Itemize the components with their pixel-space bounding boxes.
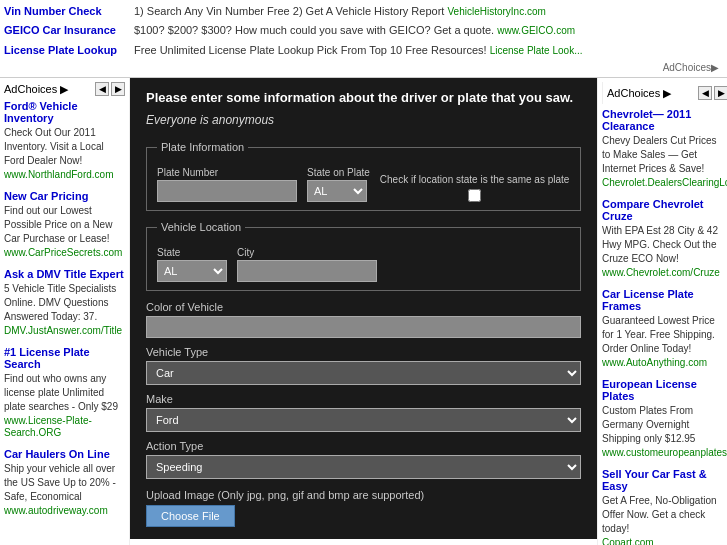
make-label: Make xyxy=(146,393,581,405)
left-sidebar-item-haulers: Car Haulers On Line Ship your vehicle al… xyxy=(4,448,125,516)
top-ad-geico: GEICO Car Insurance $100? $200? $300? Ho… xyxy=(4,21,723,40)
color-input[interactable] xyxy=(146,316,581,338)
center-content: Please enter some information about the … xyxy=(130,78,597,545)
top-ad-plate-text: Free Unlimited License Plate Lookup Pick… xyxy=(134,43,723,58)
left-sidebar-item-carpricing-link[interactable]: www.CarPriceSecrets.com xyxy=(4,247,122,258)
right-sidebar-item-european: European License Plates Custom Plates Fr… xyxy=(602,378,723,458)
right-sidebar-nav: ◀ ▶ xyxy=(698,86,727,100)
location-city-col: City xyxy=(237,247,377,282)
right-sidebar-item-sell: Sell Your Car Fast & Easy Get A Free, No… xyxy=(602,468,723,545)
check-location-col: Check if location state is the same as p… xyxy=(380,174,570,202)
right-sidebar-item-european-link[interactable]: www.customeuropeanplates.c... xyxy=(602,447,727,458)
top-ad-vin: Vin Number Check 1) Search Any Vin Numbe… xyxy=(4,2,723,21)
check-location-label: Check if location state is the same as p… xyxy=(380,174,570,185)
choose-file-button[interactable]: Choose File xyxy=(146,505,235,527)
left-sidebar-item-dmv: Ask a DMV Title Expert 5 Vehicle Title S… xyxy=(4,268,125,336)
left-sidebar-item-ford: Ford® Vehicle Inventory Check Out Our 20… xyxy=(4,100,125,180)
report-form-container: Please enter some information about the … xyxy=(130,78,597,539)
color-label: Color of Vehicle xyxy=(146,301,581,313)
top-ad-geico-text: $100? $200? $300? How much could you sav… xyxy=(134,23,723,38)
right-sidebar-item-european-title[interactable]: European License Plates xyxy=(602,378,723,402)
left-sidebar-item-plate-search-title[interactable]: #1 License Plate Search xyxy=(4,346,125,370)
left-sidebar-item-carpricing-desc: Find out our Lowest Possible Price on a … xyxy=(4,204,125,246)
top-ad-plate: License Plate Lookup Free Unlimited Lice… xyxy=(4,41,723,60)
top-ad-geico-title[interactable]: GEICO Car Insurance xyxy=(4,23,134,38)
left-sidebar-item-haulers-desc: Ship your vehicle all over the US Save U… xyxy=(4,462,125,504)
main-layout: AdChoices ▶ ◀ ▶ Ford® Vehicle Inventory … xyxy=(0,78,727,545)
right-sidebar-prev-button[interactable]: ◀ xyxy=(698,86,712,100)
action-type-select[interactable]: SpeedingReckless DrivingAggressive Drivi… xyxy=(146,455,581,479)
right-sidebar-item-cruze-desc: With EPA Est 28 City & 42 Hwy MPG. Check… xyxy=(602,224,723,266)
check-location-checkbox[interactable] xyxy=(380,189,570,202)
right-sidebar-item-sell-link[interactable]: Copart.com xyxy=(602,537,654,545)
right-sidebar-item-chevy-link[interactable]: Chevrolet.DealersClearingLots... xyxy=(602,177,727,188)
state-on-plate-col: State on Plate ALAKAZCACOFLGANYTX xyxy=(307,167,370,202)
right-sidebar-item-chevy-title[interactable]: Chevrolet— 2011 Clearance xyxy=(602,108,723,132)
right-sidebar-item-sell-title[interactable]: Sell Your Car Fast & Easy xyxy=(602,468,723,492)
location-state-label: State xyxy=(157,247,227,258)
top-ads-section: Vin Number Check 1) Search Any Vin Numbe… xyxy=(0,0,727,78)
form-title: Please enter some information about the … xyxy=(146,90,581,105)
plate-row: Plate Number State on Plate ALAKAZCACOFL… xyxy=(157,167,570,202)
location-city-label: City xyxy=(237,247,377,258)
right-sidebar-item-cruze-link[interactable]: www.Chevrolet.com/Cruze xyxy=(602,267,720,278)
action-type-field: Action Type SpeedingReckless DrivingAggr… xyxy=(146,440,581,479)
left-sidebar-ad-choices: AdChoices ▶ ◀ ▶ xyxy=(4,82,125,96)
location-state-select[interactable]: ALAKAZCACOFLGANYTX xyxy=(157,260,227,282)
right-ad-choices-label: AdChoices ▶ xyxy=(607,87,671,100)
left-sidebar-item-plate-search: #1 License Plate Search Find out who own… xyxy=(4,346,125,438)
right-sidebar-item-frames-desc: Guaranteed Lowest Price for 1 Year. Free… xyxy=(602,314,723,356)
left-sidebar-item-haulers-title[interactable]: Car Haulers On Line xyxy=(4,448,125,460)
vehicle-type-label: Vehicle Type xyxy=(146,346,581,358)
right-sidebar-item-frames-title[interactable]: Car License Plate Frames xyxy=(602,288,723,312)
vehicle-type-field: Vehicle Type CarTruckSUVVanMotorcycleOth… xyxy=(146,346,581,385)
left-sidebar-item-carpricing: New Car Pricing Find out our Lowest Poss… xyxy=(4,190,125,258)
left-sidebar-item-ford-desc: Check Out Our 2011 Inventory. Visit a Lo… xyxy=(4,126,125,168)
top-ad-geico-link[interactable]: www.GEICO.com xyxy=(497,25,575,36)
left-sidebar-item-dmv-link[interactable]: DMV.JustAnswer.com/Title xyxy=(4,325,122,336)
left-sidebar-prev-button[interactable]: ◀ xyxy=(95,82,109,96)
location-state-col: State ALAKAZCACOFLGANYTX xyxy=(157,247,227,282)
right-sidebar-item-cruze: Compare Chevrolet Cruze With EPA Est 28 … xyxy=(602,198,723,278)
plate-info-legend: Plate Information xyxy=(157,141,248,153)
ad-choices-label: AdChoices xyxy=(663,62,711,73)
plate-number-label: Plate Number xyxy=(157,167,297,178)
upload-label: Upload Image (Only jpg, png, gif and bmp… xyxy=(146,489,581,501)
left-sidebar-item-plate-search-desc: Find out who owns any license plate Unli… xyxy=(4,372,125,414)
left-sidebar-item-plate-search-link[interactable]: www.License-Plate-Search.ORG xyxy=(4,415,92,438)
left-ad-choices-label: AdChoices ▶ xyxy=(4,83,68,96)
vehicle-location-fieldset: Vehicle Location State ALAKAZCACOFLGANYT… xyxy=(146,221,581,291)
right-sidebar-item-chevy: Chevrolet— 2011 Clearance Chevy Dealers … xyxy=(602,108,723,188)
state-on-plate-label: State on Plate xyxy=(307,167,370,178)
left-sidebar-item-ford-title[interactable]: Ford® Vehicle Inventory xyxy=(4,100,125,124)
location-city-input[interactable] xyxy=(237,260,377,282)
top-ad-vin-text: 1) Search Any Vin Number Free 2) Get A V… xyxy=(134,4,723,19)
left-sidebar-item-dmv-desc: 5 Vehicle Title Specialists Online. DMV … xyxy=(4,282,125,324)
left-sidebar-item-haulers-link[interactable]: www.autodriveway.com xyxy=(4,505,108,516)
plate-number-col: Plate Number xyxy=(157,167,297,202)
top-ad-plate-title[interactable]: License Plate Lookup xyxy=(4,43,134,58)
plate-number-input[interactable] xyxy=(157,180,297,202)
top-ad-plate-link[interactable]: License Plate Look... xyxy=(490,45,583,56)
vehicle-location-legend: Vehicle Location xyxy=(157,221,245,233)
right-sidebar-item-frames-link[interactable]: www.AutoAnything.com xyxy=(602,357,707,368)
left-sidebar-nav: ◀ ▶ xyxy=(95,82,125,96)
action-type-label: Action Type xyxy=(146,440,581,452)
right-sidebar-item-cruze-title[interactable]: Compare Chevrolet Cruze xyxy=(602,198,723,222)
left-sidebar-next-button[interactable]: ▶ xyxy=(111,82,125,96)
top-ad-vin-link[interactable]: VehicleHistoryInc.com xyxy=(447,6,545,17)
vehicle-type-select[interactable]: CarTruckSUVVanMotorcycleOther xyxy=(146,361,581,385)
left-sidebar-item-ford-link[interactable]: www.NorthlandFord.com xyxy=(4,169,113,180)
state-on-plate-select[interactable]: ALAKAZCACOFLGANYTX xyxy=(307,180,367,202)
top-ad-vin-title[interactable]: Vin Number Check xyxy=(4,4,134,19)
make-select[interactable]: FordChevroletToyotaHondaDodgeBMWOther xyxy=(146,408,581,432)
left-sidebar-item-carpricing-title[interactable]: New Car Pricing xyxy=(4,190,125,202)
form-subtitle: Everyone is anonymous xyxy=(146,113,581,127)
right-sidebar-item-sell-desc: Get A Free, No-Obligation Offer Now. Get… xyxy=(602,494,723,536)
ad-choices-arrow-icon: ▶ xyxy=(711,62,719,73)
right-sidebar-ad-choices: AdChoices ▶ ◀ ▶ xyxy=(602,82,727,104)
plate-info-fieldset: Plate Information Plate Number State on … xyxy=(146,141,581,211)
left-sidebar-item-dmv-title[interactable]: Ask a DMV Title Expert xyxy=(4,268,125,280)
color-field: Color of Vehicle xyxy=(146,301,581,338)
right-sidebar-next-button[interactable]: ▶ xyxy=(714,86,727,100)
